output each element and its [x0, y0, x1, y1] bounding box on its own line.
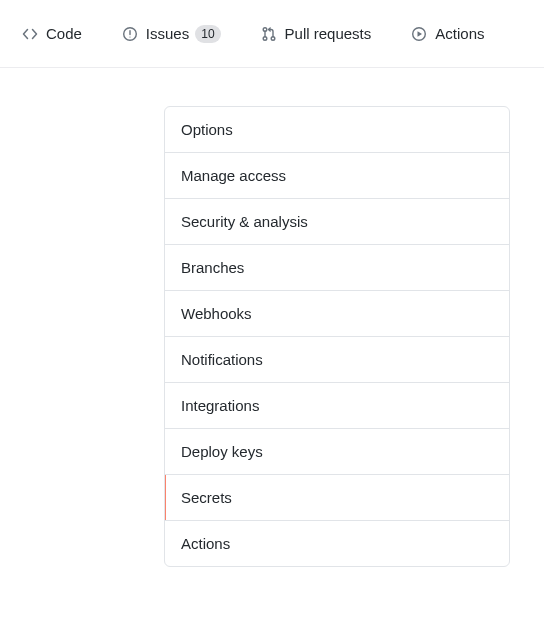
- tab-code[interactable]: Code: [22, 26, 82, 42]
- sidebar-item-label: Options: [181, 121, 233, 138]
- sidebar-item-branches[interactable]: Branches: [165, 245, 509, 291]
- sidebar-item-secrets[interactable]: Secrets: [165, 475, 509, 521]
- play-icon: [411, 26, 427, 42]
- sidebar-item-security-analysis[interactable]: Security & analysis: [165, 199, 509, 245]
- sidebar-item-webhooks[interactable]: Webhooks: [165, 291, 509, 337]
- sidebar-item-label: Actions: [181, 535, 230, 552]
- sidebar-item-actions[interactable]: Actions: [165, 521, 509, 566]
- settings-sidebar: Options Manage access Security & analysi…: [164, 106, 510, 567]
- tab-pull-requests[interactable]: Pull requests: [261, 26, 372, 42]
- code-icon: [22, 26, 38, 42]
- tab-pull-requests-label: Pull requests: [285, 26, 372, 41]
- sidebar-item-label: Manage access: [181, 167, 286, 184]
- tab-issues-label: Issues: [146, 26, 189, 41]
- sidebar-item-options[interactable]: Options: [165, 107, 509, 153]
- tab-actions[interactable]: Actions: [411, 26, 484, 42]
- tab-actions-label: Actions: [435, 26, 484, 41]
- tab-issues[interactable]: Issues 10: [122, 25, 221, 43]
- sidebar-item-integrations[interactable]: Integrations: [165, 383, 509, 429]
- sidebar-item-label: Security & analysis: [181, 213, 308, 230]
- sidebar-item-label: Integrations: [181, 397, 259, 414]
- sidebar-item-label: Branches: [181, 259, 244, 276]
- issue-icon: [122, 26, 138, 42]
- sidebar-item-label: Deploy keys: [181, 443, 263, 460]
- sidebar-item-label: Webhooks: [181, 305, 252, 322]
- issues-count-badge: 10: [195, 25, 220, 43]
- sidebar-item-deploy-keys[interactable]: Deploy keys: [165, 429, 509, 475]
- sidebar-item-label: Secrets: [181, 489, 232, 506]
- tab-code-label: Code: [46, 26, 82, 41]
- svg-marker-8: [418, 31, 423, 36]
- sidebar-item-manage-access[interactable]: Manage access: [165, 153, 509, 199]
- repo-nav: Code Issues 10 Pull requests: [0, 0, 544, 68]
- settings-page: Options Manage access Security & analysi…: [0, 68, 544, 567]
- sidebar-item-label: Notifications: [181, 351, 263, 368]
- svg-point-2: [129, 36, 130, 37]
- sidebar-item-notifications[interactable]: Notifications: [165, 337, 509, 383]
- git-pull-request-icon: [261, 26, 277, 42]
